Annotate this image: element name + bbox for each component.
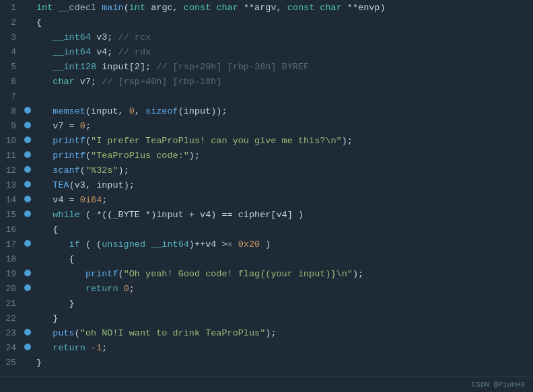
- table-row: 21 }: [0, 296, 533, 311]
- code-content: v7 = 0;: [34, 118, 533, 133]
- table-row: 23 puts("oh NO!I want to drink TeaProPlu…: [0, 325, 533, 340]
- breakpoint-indicator: [22, 251, 34, 266]
- breakpoint-dot: [24, 196, 31, 202]
- code-content: v4 = 0i64;: [34, 192, 533, 207]
- code-content: __int128 input[2]; // [rsp+20h] [rbp-38h…: [34, 59, 533, 74]
- table-row: 12 scanf("%32s");: [0, 163, 533, 178]
- code-content: __int64 v4; // rdx: [34, 44, 533, 59]
- table-row: 20 return 0;: [0, 281, 533, 296]
- line-number: 8: [0, 104, 22, 118]
- line-number: 10: [0, 133, 22, 148]
- breakpoint-indicator: [22, 118, 34, 133]
- table-row: 22 }: [0, 311, 533, 325]
- line-number: 17: [0, 237, 22, 251]
- breakpoint-indicator: [22, 192, 34, 207]
- breakpoint-dot: [24, 107, 31, 114]
- breakpoint-indicator: [22, 311, 34, 325]
- line-number: 9: [0, 118, 22, 133]
- breakpoint-dot: [24, 240, 31, 247]
- line-number: 19: [0, 266, 22, 281]
- breakpoint-dot: [24, 329, 31, 336]
- breakpoint-dot: [24, 284, 31, 291]
- table-row: 4 __int64 v4; // rdx: [0, 44, 533, 59]
- table-row: 5 __int128 input[2]; // [rsp+20h] [rbp-3…: [0, 59, 533, 74]
- table-row: 13 TEA(v3, input);: [0, 178, 533, 192]
- code-content: printf("I prefer TeaProPlus! can you giv…: [34, 133, 533, 148]
- footer-bar: CSDN @P1umH0: [0, 377, 533, 392]
- line-number: 13: [0, 178, 22, 192]
- table-row: 2{: [0, 15, 533, 30]
- code-content: TEA(v3, input);: [34, 178, 533, 192]
- footer-text: CSDN @P1umH0: [472, 381, 525, 389]
- table-row: 17 if ( (unsigned __int64)++v4 >= 0x20 ): [0, 237, 533, 251]
- code-content: puts("oh NO!I want to drink TeaProPlus")…: [34, 325, 533, 340]
- breakpoint-indicator: [22, 178, 34, 192]
- table-row: 14 v4 = 0i64;: [0, 192, 533, 207]
- breakpoint-indicator: [22, 44, 34, 59]
- breakpoint-dot: [24, 136, 31, 143]
- line-number: 15: [0, 207, 22, 222]
- code-content: [34, 89, 533, 104]
- code-content: {: [34, 15, 533, 30]
- line-number: 18: [0, 251, 22, 266]
- code-content: printf("TeaProPlus code:");: [34, 148, 533, 163]
- code-content: if ( (unsigned __int64)++v4 >= 0x20 ): [34, 237, 533, 251]
- breakpoint-dot: [24, 181, 31, 188]
- table-row: 8 memset(input, 0, sizeof(input));: [0, 104, 533, 118]
- breakpoint-indicator: [22, 15, 34, 30]
- breakpoint-indicator: [22, 74, 34, 89]
- line-number: 2: [0, 15, 22, 30]
- table-row: 16 {: [0, 222, 533, 237]
- line-number: 1: [0, 0, 22, 15]
- breakpoint-indicator: [22, 30, 34, 44]
- code-content: }: [34, 355, 533, 370]
- code-content: {: [34, 251, 533, 266]
- table-row: 7: [0, 89, 533, 104]
- table-row: 6 char v7; // [rsp+40h] [rbp-18h]: [0, 74, 533, 89]
- table-row: 25}: [0, 355, 533, 370]
- breakpoint-indicator: [22, 59, 34, 74]
- code-content: char v7; // [rsp+40h] [rbp-18h]: [34, 74, 533, 89]
- code-content: int __cdecl main(int argc, const char **…: [34, 0, 533, 15]
- breakpoint-indicator: [22, 325, 34, 340]
- table-row: 24 return -1;: [0, 340, 533, 355]
- line-number: 24: [0, 340, 22, 355]
- breakpoint-dot: [24, 151, 31, 158]
- code-content: return 0;: [34, 281, 533, 296]
- line-number: 4: [0, 44, 22, 59]
- breakpoint-dot: [24, 344, 31, 350]
- breakpoint-indicator: [22, 281, 34, 296]
- table-row: 9 v7 = 0;: [0, 118, 533, 133]
- code-content: scanf("%32s");: [34, 163, 533, 178]
- table-row: 3 __int64 v3; // rcx: [0, 30, 533, 44]
- breakpoint-indicator: [22, 133, 34, 148]
- code-content: {: [34, 222, 533, 237]
- code-table: 1int __cdecl main(int argc, const char *…: [0, 0, 533, 370]
- breakpoint-indicator: [22, 163, 34, 178]
- code-content: while ( *((_BYTE *)input + v4) == cipher…: [34, 207, 533, 222]
- breakpoint-indicator: [22, 0, 34, 15]
- table-row: 15 while ( *((_BYTE *)input + v4) == cip…: [0, 207, 533, 222]
- code-content: __int64 v3; // rcx: [34, 30, 533, 44]
- line-number: 14: [0, 192, 22, 207]
- line-number: 23: [0, 325, 22, 340]
- breakpoint-indicator: [22, 237, 34, 251]
- code-content: }: [34, 296, 533, 311]
- breakpoint-dot: [24, 210, 31, 217]
- breakpoint-indicator: [22, 222, 34, 237]
- code-content: printf("Oh yeah! Good code! flag{(your i…: [34, 266, 533, 281]
- breakpoint-indicator: [22, 207, 34, 222]
- breakpoint-dot: [24, 166, 31, 173]
- breakpoint-dot: [24, 122, 31, 128]
- line-number: 12: [0, 163, 22, 178]
- table-row: 18 {: [0, 251, 533, 266]
- line-number: 16: [0, 222, 22, 237]
- line-number: 5: [0, 59, 22, 74]
- breakpoint-indicator: [22, 296, 34, 311]
- table-row: 10 printf("I prefer TeaProPlus! can you …: [0, 133, 533, 148]
- breakpoint-indicator: [22, 89, 34, 104]
- breakpoint-indicator: [22, 355, 34, 370]
- code-viewer: 1int __cdecl main(int argc, const char *…: [0, 0, 533, 377]
- breakpoint-indicator: [22, 340, 34, 355]
- line-number: 21: [0, 296, 22, 311]
